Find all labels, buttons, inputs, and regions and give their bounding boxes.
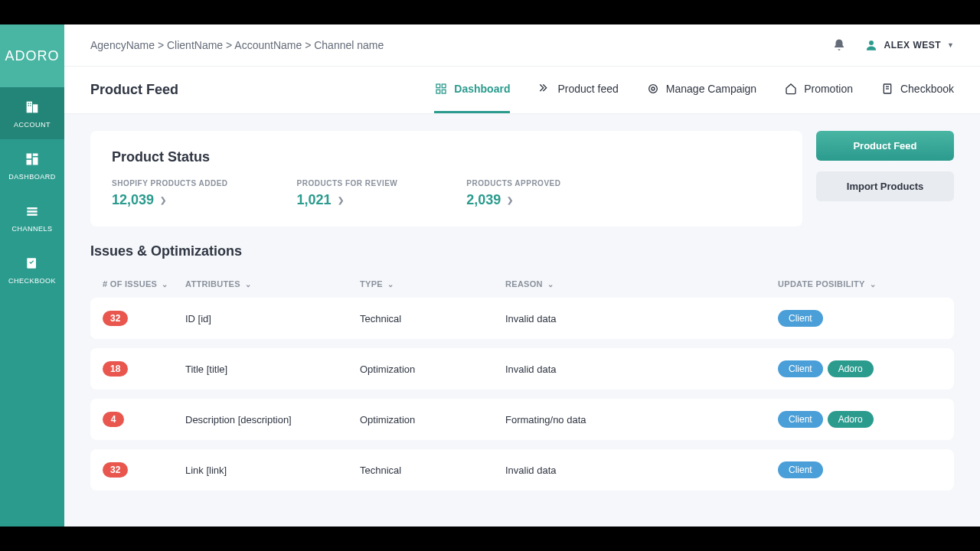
breadcrumb[interactable]: AgencyName > ClientName > AccountName > …	[90, 39, 384, 51]
chevron-down-icon: ⌄	[387, 280, 394, 289]
cell-reason: Formating/no data	[505, 414, 778, 425]
cell-reason: Invalid data	[505, 313, 778, 324]
channels-icon	[23, 202, 41, 220]
svg-point-14	[869, 41, 874, 45]
issues-title: Issues & Optimizations	[90, 243, 954, 259]
svg-rect-6	[27, 154, 32, 159]
sidebar-item-account[interactable]: ACCOUNT	[0, 87, 64, 139]
cell-type: Optimization	[360, 414, 505, 425]
metric-for-review: PRODUCTS FOR REVIEW 1,021 ❯	[297, 179, 398, 208]
col-type-header[interactable]: TYPE⌄	[360, 279, 505, 289]
table-row[interactable]: 32 Link [link] Technical Invalid data Cl…	[90, 449, 954, 491]
sidebar-item-label: ACCOUNT	[14, 121, 51, 129]
tab-manage-campaign[interactable]: Manage Campaign	[646, 67, 756, 113]
tab-label: Dashboard	[454, 83, 510, 95]
grid-icon	[434, 82, 448, 96]
col-update-header[interactable]: UPDATE POSIBILITY⌄	[778, 279, 942, 289]
svg-rect-10	[27, 207, 37, 210]
svg-rect-2	[28, 103, 29, 104]
sidebar-item-dashboard[interactable]: DASHBOARD	[0, 139, 64, 191]
svg-point-19	[649, 85, 658, 93]
metric-value-link[interactable]: 12,039 ❯	[112, 192, 228, 208]
header: AgencyName > ClientName > AccountName > …	[64, 24, 980, 67]
dashboard-icon	[23, 150, 41, 168]
table-row[interactable]: 18 Title [title] Optimization Invalid da…	[90, 348, 954, 390]
chevron-down-icon: ⌄	[547, 280, 554, 289]
cell-update: Client	[778, 461, 942, 478]
chevron-down-icon: ⌄	[870, 280, 876, 289]
cell-attribute: Link [link]	[185, 465, 360, 476]
cell-update: Client	[778, 310, 942, 327]
svg-rect-12	[27, 214, 37, 216]
svg-rect-5	[30, 105, 31, 106]
issue-count-badge: 4	[103, 412, 124, 427]
feed-icon	[537, 82, 551, 96]
metric-label: PRODUCTS FOR REVIEW	[297, 179, 398, 187]
svg-rect-4	[28, 105, 29, 106]
sidebar-item-label: DASHBOARD	[8, 173, 56, 181]
user-icon	[864, 38, 878, 52]
svg-rect-0	[27, 102, 32, 113]
cell-update: ClientAdoro	[778, 411, 942, 428]
cell-attribute: Description [description]	[185, 414, 360, 425]
cell-attribute: ID [id]	[185, 313, 360, 324]
issues-table-header: # OF ISSUES⌄ ATTRIBUTES⌄ TYPE⌄ REASON⌄ U…	[90, 270, 954, 298]
tab-product-feed[interactable]: Product feed	[537, 67, 618, 113]
svg-rect-16	[443, 84, 446, 88]
metric-label: SHOPIFY PRODUCTS ADDED	[112, 179, 228, 187]
update-pill: Client	[778, 461, 823, 478]
document-icon	[880, 82, 894, 96]
sidebar-item-label: CHECKBOOK	[8, 277, 56, 285]
sidebar-item-checkbook[interactable]: CHECKBOOK	[0, 243, 64, 295]
metric-shopify-added: SHOPIFY PRODUCTS ADDED 12,039 ❯	[112, 179, 228, 208]
issue-count-badge: 32	[103, 311, 128, 326]
sidebar-item-label: CHANNELS	[11, 225, 52, 233]
col-reason-header[interactable]: REASON⌄	[505, 279, 778, 289]
chevron-right-icon: ❯	[338, 196, 344, 204]
svg-point-20	[652, 87, 655, 90]
cell-reason: Invalid data	[505, 364, 778, 375]
svg-rect-7	[33, 154, 38, 156]
col-issues-header[interactable]: # OF ISSUES⌄	[103, 279, 185, 289]
tab-label: Promotion	[804, 83, 853, 95]
svg-rect-1	[33, 104, 38, 112]
letterbox-top	[0, 0, 980, 24]
cell-reason: Invalid data	[505, 465, 778, 476]
update-pill: Adoro	[828, 411, 874, 428]
metric-label: PRODUCTS APPROVED	[466, 179, 560, 187]
cell-type: Technical	[360, 465, 505, 476]
metric-value-link[interactable]: 1,021 ❯	[297, 192, 398, 208]
table-row[interactable]: 4 Description [description] Optimization…	[90, 399, 954, 440]
chevron-down-icon: ⌄	[245, 280, 251, 289]
svg-rect-9	[27, 160, 32, 165]
tab-dashboard[interactable]: Dashboard	[434, 67, 510, 113]
tab-promotion[interactable]: Promotion	[784, 67, 853, 113]
letterbox-bottom	[0, 527, 980, 551]
table-row[interactable]: 32 ID [id] Technical Invalid data Client	[90, 298, 954, 339]
issue-count-badge: 18	[103, 361, 128, 377]
svg-rect-11	[27, 210, 37, 213]
cell-update: ClientAdoro	[778, 360, 942, 377]
subheader: Product Feed Dashboard Product feed	[64, 67, 980, 114]
caret-down-icon: ▼	[947, 41, 954, 49]
col-attributes-header[interactable]: ATTRIBUTES⌄	[185, 279, 360, 289]
tab-label: Manage Campaign	[666, 83, 756, 95]
import-products-button[interactable]: Import Products	[816, 171, 954, 201]
cell-type: Optimization	[360, 364, 505, 375]
tab-label: Product feed	[557, 83, 618, 95]
metric-value-link[interactable]: 2,039 ❯	[466, 192, 560, 208]
brand-logo: ADORO	[0, 24, 64, 87]
user-menu[interactable]: ALEX WEST ▼	[864, 38, 954, 52]
status-title: Product Status	[112, 149, 781, 165]
home-icon	[784, 82, 798, 96]
target-icon	[646, 82, 660, 96]
svg-rect-3	[30, 103, 31, 104]
tab-checkbook[interactable]: Checkbook	[880, 67, 954, 113]
notifications-icon[interactable]	[832, 38, 846, 52]
product-status-card: Product Status SHOPIFY PRODUCTS ADDED 12…	[90, 131, 802, 227]
issue-count-badge: 32	[103, 462, 128, 478]
metric-approved: PRODUCTS APPROVED 2,039 ❯	[466, 179, 560, 208]
update-pill: Adoro	[828, 360, 874, 377]
product-feed-button[interactable]: Product Feed	[816, 131, 954, 161]
sidebar-item-channels[interactable]: CHANNELS	[0, 191, 64, 243]
